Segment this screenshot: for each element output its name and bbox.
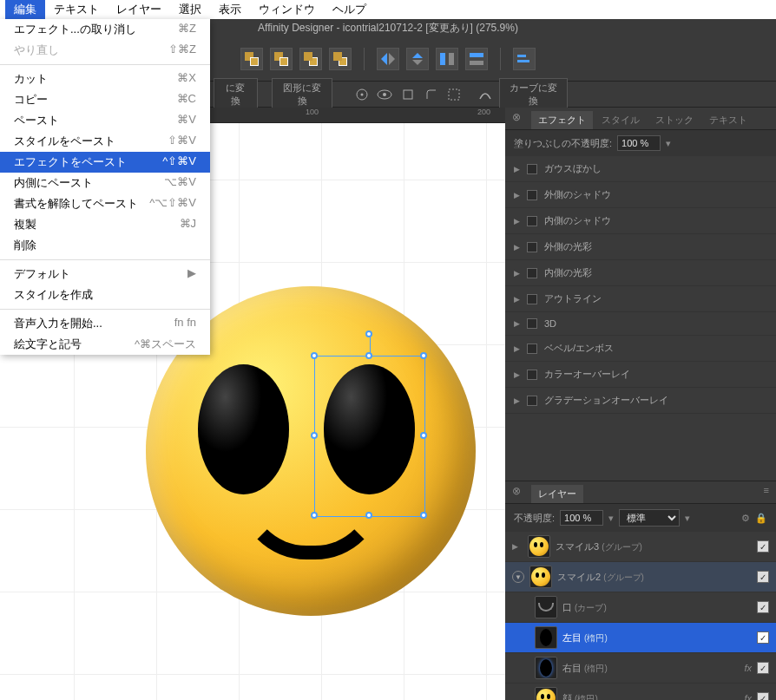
menu-paste[interactable]: ペースト⌘V <box>0 110 210 131</box>
expand-icon[interactable]: ▶ <box>512 542 523 551</box>
menu-default[interactable]: デフォルト▶ <box>0 264 210 285</box>
checkbox[interactable] <box>527 294 537 304</box>
fx-3d[interactable]: ▶3D <box>505 312 776 336</box>
layer-opacity-input[interactable] <box>560 510 603 526</box>
arrange-front-icon[interactable] <box>329 48 352 70</box>
menu-window[interactable]: ウィンドウ <box>250 0 324 19</box>
arrange-back-icon[interactable] <box>240 48 263 70</box>
visibility-checkbox[interactable]: ✓ <box>757 662 769 674</box>
rotate-handle[interactable] <box>365 330 372 337</box>
checkbox[interactable] <box>527 216 537 226</box>
checkbox[interactable] <box>527 318 537 329</box>
handle-sw[interactable] <box>311 512 318 519</box>
menu-copy[interactable]: コピー⌘C <box>0 89 210 110</box>
handle-s[interactable] <box>365 512 372 519</box>
tab-styles[interactable]: スタイル <box>595 111 647 129</box>
menu-create-style[interactable]: スタイルを作成 <box>0 285 210 305</box>
fx-outer-glow[interactable]: ▶外側の光彩 <box>505 234 776 260</box>
menu-edit[interactable]: 編集 <box>5 0 45 19</box>
gear-icon[interactable]: ⚙ <box>741 513 750 524</box>
mirror-h-icon[interactable] <box>377 48 399 70</box>
eye-left-shape[interactable] <box>198 364 289 494</box>
lock-icon[interactable]: 🔒 <box>755 513 767 524</box>
chevron-down-icon[interactable]: ▾ <box>685 513 690 524</box>
hamburger-icon[interactable]: ≡ <box>764 485 769 495</box>
layer-mouth[interactable]: 口 (カーブ) ✓ <box>505 592 776 623</box>
fx-gradient-overlay[interactable]: ▶グラデーションオーバーレイ <box>505 388 776 414</box>
eye-icon[interactable] <box>375 85 395 104</box>
convert-shape-button[interactable]: 図形に変換 <box>272 78 332 111</box>
tab-effects[interactable]: エフェクト <box>531 111 593 129</box>
arrange-backward-icon[interactable] <box>270 48 293 70</box>
layer-right-eye[interactable]: 右目 (楕円) fx ✓ <box>505 653 776 684</box>
menu-layer[interactable]: レイヤー <box>108 0 170 19</box>
visibility-checkbox[interactable]: ✓ <box>757 571 769 583</box>
bounds-icon[interactable] <box>444 85 464 104</box>
layer-face[interactable]: 顔 (楕円) fx ✓ <box>505 684 776 700</box>
handle-ne[interactable] <box>420 352 427 359</box>
layer-left-eye[interactable]: 左目 (楕円) ✓ <box>505 623 776 653</box>
convert-to-button[interactable]: に変換 <box>214 78 258 111</box>
checkbox[interactable] <box>527 343 537 354</box>
handle-se[interactable] <box>420 512 427 519</box>
menu-paste-inside[interactable]: 内側にペースト⌥⌘V <box>0 173 210 193</box>
menu-voice[interactable]: 音声入力を開始...fn fn <box>0 313 210 334</box>
menu-text[interactable]: テキスト <box>45 0 108 19</box>
crop-icon[interactable] <box>398 85 418 104</box>
fx-inner-glow[interactable]: ▶内側の光彩 <box>505 260 776 286</box>
blend-mode-select[interactable]: 標準 <box>619 509 680 527</box>
fx-gaussian-blur[interactable]: ▶ガウスぼかし <box>505 156 776 182</box>
checkbox[interactable] <box>527 190 537 200</box>
align-icon[interactable] <box>513 48 536 70</box>
fill-opacity-input[interactable] <box>617 135 661 151</box>
tab-text[interactable]: テキスト <box>702 111 754 129</box>
close-icon[interactable]: ⊗ <box>512 111 521 123</box>
menu-delete[interactable]: 削除 <box>0 235 210 256</box>
handle-w[interactable] <box>311 432 318 439</box>
visibility-checkbox[interactable]: ✓ <box>757 631 769 644</box>
handle-n[interactable] <box>365 352 372 359</box>
checkbox[interactable] <box>527 242 537 252</box>
expand-icon[interactable]: ▼ <box>512 571 524 583</box>
chevron-down-icon[interactable]: ▾ <box>608 513 614 524</box>
flip-v-icon[interactable] <box>465 48 488 70</box>
corner-icon[interactable] <box>421 85 441 104</box>
handle-nw[interactable] <box>311 352 318 359</box>
menu-view[interactable]: 表示 <box>210 0 250 19</box>
close-icon[interactable]: ⊗ <box>512 485 521 497</box>
checkbox[interactable] <box>527 370 537 380</box>
mirror-v-icon[interactable] <box>406 48 429 70</box>
menu-help[interactable]: ヘルプ <box>324 0 375 19</box>
handle-e[interactable] <box>420 432 427 439</box>
curve-icon[interactable] <box>476 85 496 104</box>
menu-duplicate[interactable]: 複製⌘J <box>0 214 210 235</box>
layer-smile2[interactable]: ▼ スマイル2 (グループ) ✓ <box>505 562 776 592</box>
menu-cut[interactable]: カット⌘X <box>0 69 210 89</box>
arrange-forward-icon[interactable] <box>299 48 322 70</box>
fx-bevel[interactable]: ▶ベベル/エンボス <box>505 336 776 362</box>
fx-outer-shadow[interactable]: ▶外側のシャドウ <box>505 182 776 208</box>
convert-curve-button[interactable]: カーブに変換 <box>499 78 569 111</box>
menu-select[interactable]: 選択 <box>170 0 210 19</box>
menu-undo[interactable]: エフェクト...の取り消し⌘Z <box>0 19 210 40</box>
menu-emoji[interactable]: 絵文字と記号^⌘スペース <box>0 334 210 355</box>
menu-paste-style[interactable]: スタイルをペースト⇧⌘V <box>0 131 210 152</box>
tab-layers[interactable]: レイヤー <box>531 485 583 503</box>
tab-stock[interactable]: ストック <box>648 111 700 129</box>
visibility-checkbox[interactable]: ✓ <box>757 540 769 553</box>
checkbox[interactable] <box>527 164 537 174</box>
fx-inner-shadow[interactable]: ▶内側のシャドウ <box>505 208 776 234</box>
menu-paste-fx[interactable]: エフェクトをペースト^⇧⌘V <box>0 152 210 173</box>
target-icon[interactable] <box>352 85 372 104</box>
layer-smile3[interactable]: ▶ スマイル3 (グループ) ✓ <box>505 532 776 562</box>
fx-color-overlay[interactable]: ▶カラーオーバーレイ <box>505 362 776 388</box>
flip-h-icon[interactable] <box>436 48 458 70</box>
chevron-down-icon[interactable]: ▾ <box>666 138 671 149</box>
fx-outline[interactable]: ▶アウトライン <box>505 286 776 312</box>
menu-paste-unformat[interactable]: 書式を解除してペースト^⌥⇧⌘V <box>0 193 210 214</box>
checkbox[interactable] <box>527 396 537 406</box>
selection-box[interactable] <box>314 356 425 517</box>
visibility-checkbox[interactable]: ✓ <box>757 601 769 613</box>
checkbox[interactable] <box>527 268 537 278</box>
visibility-checkbox[interactable]: ✓ <box>757 692 769 700</box>
